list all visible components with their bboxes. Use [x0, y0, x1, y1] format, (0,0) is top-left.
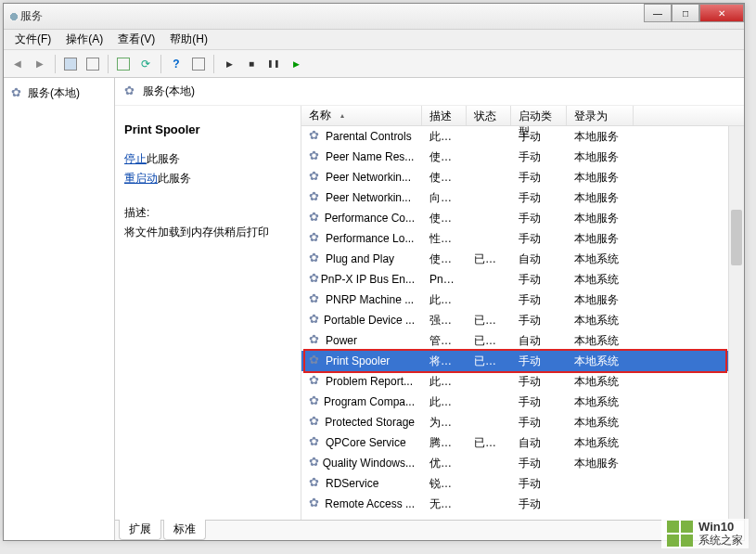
stop-service-button[interactable]: [241, 54, 262, 74]
service-row[interactable]: PNRP Machine ...此服...手动本地服务: [301, 290, 744, 310]
service-gear-icon: [309, 334, 322, 347]
watermark-sub: 系统之家: [698, 534, 743, 547]
service-gear-icon: [309, 457, 319, 470]
service-row[interactable]: Program Compa...此服...手动本地系统: [301, 392, 744, 412]
help-button[interactable]: [166, 54, 186, 74]
service-gear-icon: [309, 130, 322, 143]
tab-standard[interactable]: 标准: [163, 520, 206, 540]
col-logon-as[interactable]: 登录为: [567, 106, 634, 125]
menu-view[interactable]: 查看(V): [110, 30, 162, 49]
properties-button[interactable]: [83, 54, 103, 74]
service-name: Parental Controls: [326, 130, 412, 143]
service-row[interactable]: Parental Controls此服...手动本地服务: [301, 126, 744, 147]
service-row[interactable]: Portable Device ...强制...已启动手动本地系统: [301, 310, 744, 330]
minimize-button[interactable]: —: [644, 4, 672, 22]
app-icon: [7, 10, 20, 23]
sort-indicator-icon: ▴: [340, 111, 344, 120]
toolbar: ⟳: [4, 50, 744, 78]
service-name: Problem Report...: [326, 375, 413, 388]
service-row[interactable]: Quality Windows...优质...手动本地服务: [301, 453, 744, 473]
menu-action[interactable]: 操作(A): [58, 30, 110, 49]
stop-link[interactable]: 停止: [124, 152, 147, 165]
col-description[interactable]: 描述: [422, 106, 467, 125]
service-row[interactable]: Performance Co...使远...手动本地服务: [301, 208, 744, 228]
service-gear-icon: [309, 150, 322, 163]
right-pane: 服务(本地) Print Spooler 停止此服务 重启动此服务 描述: 将文…: [115, 78, 744, 540]
service-name: Performance Lo...: [326, 232, 414, 245]
scroll-thumb[interactable]: [731, 210, 742, 265]
service-row[interactable]: Power管理...已启动自动本地系统: [301, 330, 744, 351]
titlebar[interactable]: 服务 — □ ✕: [4, 4, 744, 30]
list-header: 名称▴ 描述 状态 启动类型 登录为: [301, 106, 744, 126]
tree-root-label: 服务(本地): [28, 85, 80, 101]
service-name: Print Spooler: [326, 354, 390, 367]
service-gear-icon: [309, 497, 321, 510]
maximize-button[interactable]: □: [672, 4, 699, 22]
service-name: Program Compa...: [324, 395, 415, 408]
tree-pane: 服务(本地): [4, 78, 115, 540]
services-window: 服务 — □ ✕ 文件(F) 操作(A) 查看(V) 帮助(H) ⟳: [3, 3, 745, 541]
service-name: Protected Storage: [325, 416, 415, 429]
service-row[interactable]: Peer Networkin...向对...手动本地服务: [301, 187, 744, 208]
service-gear-icon: [309, 293, 322, 306]
show-hide-tree-button[interactable]: [60, 54, 81, 74]
close-button[interactable]: ✕: [699, 4, 744, 22]
restart-service-button[interactable]: [286, 54, 306, 74]
window-title: 服务: [20, 8, 43, 24]
vertical-scrollbar[interactable]: [728, 126, 744, 520]
list-button[interactable]: [188, 54, 209, 74]
service-name: Performance Co...: [325, 212, 415, 225]
service-row[interactable]: Problem Report...此服...手动本地系统: [301, 371, 744, 392]
restart-link[interactable]: 重启动: [124, 172, 158, 185]
service-gear-icon: [309, 375, 322, 388]
right-pane-header: 服务(本地): [115, 78, 744, 106]
service-name: Peer Networkin...: [326, 191, 411, 204]
bottom-tabs: 扩展 标准: [115, 520, 744, 540]
service-gear-icon: [309, 354, 322, 367]
service-row[interactable]: Remote Access ...无论...手动: [301, 494, 744, 514]
right-body: Print Spooler 停止此服务 重启动此服务 描述: 将文件加载到内存供…: [115, 106, 744, 520]
service-row[interactable]: Peer Networkin...使用...手动本地服务: [301, 167, 744, 187]
service-name: Power: [326, 334, 357, 347]
export-button[interactable]: [113, 54, 134, 74]
service-row[interactable]: Protected Storage为敏...手动本地系统: [301, 412, 744, 432]
col-status[interactable]: 状态: [467, 106, 511, 125]
service-name: Peer Networkin...: [326, 171, 411, 184]
service-gear-icon: [309, 436, 322, 449]
col-name[interactable]: 名称▴: [301, 106, 422, 125]
service-name: PnP-X IP Bus En...: [321, 273, 415, 286]
menu-help[interactable]: 帮助(H): [162, 30, 215, 49]
pause-service-button[interactable]: [263, 54, 284, 74]
list-body[interactable]: Parental Controls此服...手动本地服务Peer Name Re…: [301, 126, 744, 520]
service-row[interactable]: QPCore Service腾讯...已启动自动本地系统: [301, 432, 744, 453]
service-row[interactable]: Print Spooler将文...已启动手动本地系统: [301, 351, 744, 371]
service-gear-icon: [309, 314, 320, 327]
service-name: PNRP Machine ...: [326, 293, 414, 306]
detail-pane: Print Spooler 停止此服务 重启动此服务 描述: 将文件加载到内存供…: [115, 106, 301, 520]
service-gear-icon: [309, 171, 322, 184]
service-list-pane: 名称▴ 描述 状态 启动类型 登录为 Parental Controls此服..…: [301, 106, 744, 520]
service-row[interactable]: RDService锐动...手动: [301, 473, 744, 494]
col-startup-type[interactable]: 启动类型: [511, 106, 567, 125]
tab-extended[interactable]: 扩展: [119, 520, 161, 540]
service-row[interactable]: Plug and Play使计...已启动自动本地系统: [301, 249, 744, 269]
service-name: Peer Name Res...: [326, 150, 414, 163]
tree-root-item[interactable]: 服务(本地): [9, 84, 109, 103]
description-label: 描述:: [124, 205, 291, 221]
forward-button[interactable]: [30, 54, 50, 74]
service-row[interactable]: PnP-X IP Bus En...PnP-...手动本地系统: [301, 269, 744, 290]
service-gear-icon: [309, 252, 322, 265]
refresh-button[interactable]: ⟳: [135, 54, 156, 74]
service-row[interactable]: Peer Name Res...使用...手动本地服务: [301, 147, 744, 167]
service-row[interactable]: Performance Lo...性能...手动本地服务: [301, 228, 744, 249]
service-name: Remote Access ...: [325, 497, 415, 510]
gear-icon: [11, 87, 24, 100]
content-area: 服务(本地) 服务(本地) Print Spooler 停止此服务 重启动此服务…: [4, 78, 744, 540]
service-gear-icon: [309, 416, 321, 429]
back-button[interactable]: [7, 54, 28, 74]
start-service-button[interactable]: [219, 54, 239, 74]
service-gear-icon: [309, 273, 317, 286]
menu-file[interactable]: 文件(F): [7, 30, 58, 49]
windows-logo-icon: [667, 521, 693, 547]
service-gear-icon: [309, 232, 322, 245]
